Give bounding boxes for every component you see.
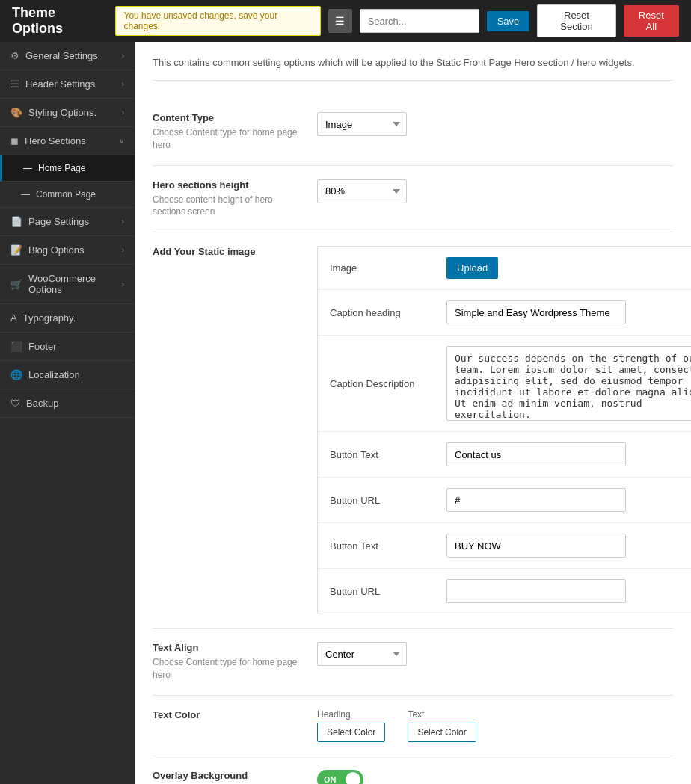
sidebar-icon-page-settings: 📄 bbox=[10, 216, 22, 227]
static-image-box: ImageUploadCaption headingCaption Descri… bbox=[317, 246, 691, 614]
sidebar-item-label: Localization bbox=[28, 369, 80, 380]
sidebar-item-label: Typography. bbox=[23, 312, 76, 324]
heading-color-group: Heading Select Color bbox=[317, 709, 385, 742]
reset-section-button[interactable]: Reset Section bbox=[537, 4, 615, 37]
setting-row-text-color: Text Color Heading Select Color Text Sel… bbox=[153, 696, 673, 756]
image-field-row-button-text-2: Button Text bbox=[318, 523, 691, 569]
sidebar-item-blog-options[interactable]: 📝Blog Options› bbox=[0, 236, 135, 265]
sidebar-icon-typography: A bbox=[10, 312, 17, 324]
save-button[interactable]: Save bbox=[487, 11, 530, 31]
sidebar-icon-hero-sections: ◼ bbox=[10, 135, 19, 146]
toggle-switch[interactable]: ON bbox=[317, 770, 363, 784]
setting-desc: Choose Content type for home page hero bbox=[153, 126, 302, 152]
chevron-right-icon: › bbox=[122, 108, 124, 117]
sidebar-icon-localization: 🌐 bbox=[10, 369, 22, 380]
page-description: This contains common setting options whi… bbox=[153, 57, 673, 81]
sidebar-item-label: Hero Sections bbox=[25, 135, 86, 146]
sidebar-item-label: Footer bbox=[28, 341, 57, 352]
field-label-button-text-1: Button Text bbox=[330, 449, 434, 460]
sidebar-item-label: Page Settings bbox=[28, 216, 89, 227]
text-input-button-text-2[interactable] bbox=[446, 534, 626, 558]
field-label-image: Image bbox=[330, 262, 434, 274]
top-bar: Theme Options You have unsaved changes, … bbox=[0, 0, 691, 42]
sidebar-item-general-settings[interactable]: ⚙General Settings› bbox=[0, 42, 135, 70]
sidebar-item-common-page[interactable]: — Common Page bbox=[0, 182, 135, 208]
text-select-color-button[interactable]: Select Color bbox=[408, 723, 476, 742]
dash-icon: — bbox=[23, 163, 32, 173]
setting-label: Text Align bbox=[153, 642, 302, 653]
text-input-button-text-1[interactable] bbox=[446, 442, 626, 466]
image-field-row-button-url-2: Button URL bbox=[318, 569, 691, 614]
setting-label-col: Content Type Choose Content type for hom… bbox=[153, 112, 302, 152]
heading-select-color-button[interactable]: Select Color bbox=[317, 723, 385, 742]
sidebar-item-label: General Settings bbox=[25, 50, 98, 61]
dash-icon: — bbox=[21, 189, 30, 200]
unsaved-notice: You have unsaved changes, save your chan… bbox=[115, 6, 321, 36]
hamburger-icon-btn[interactable]: ☰ bbox=[328, 9, 351, 33]
sidebar-icon-styling-options: 🎨 bbox=[10, 107, 22, 118]
sidebar-sub-item-label: Common Page bbox=[36, 189, 96, 200]
reset-all-button[interactable]: Reset All bbox=[624, 5, 679, 37]
sidebar-item-label: Blog Options bbox=[28, 244, 84, 256]
text-input-button-url-1[interactable] bbox=[446, 488, 626, 512]
sidebar-item-styling-options[interactable]: 🎨Styling Options.› bbox=[0, 99, 135, 127]
sidebar-icon-backup: 🛡 bbox=[10, 398, 20, 409]
field-label-caption-heading: Caption heading bbox=[330, 307, 434, 318]
sidebar-icon-header-settings: ☰ bbox=[10, 78, 19, 90]
field-label-caption-description: Caption Description bbox=[330, 378, 434, 389]
sidebar: ⚙General Settings›☰Header Settings›🎨Styl… bbox=[0, 42, 135, 784]
setting-label-col: Overlay Background bbox=[153, 770, 302, 784]
setting-label: Text Color bbox=[153, 709, 302, 720]
text-input-button-url-2[interactable] bbox=[446, 579, 626, 603]
field-label-button-url-2: Button URL bbox=[330, 586, 434, 597]
image-field-row-caption-description: Caption DescriptionOur success depends o… bbox=[318, 336, 691, 432]
sidebar-item-label: Backup bbox=[26, 398, 58, 409]
sidebar-item-home-page[interactable]: — Home Page bbox=[0, 155, 135, 182]
setting-control-col: ON bbox=[317, 770, 673, 784]
sidebar-item-footer[interactable]: ⬛Footer bbox=[0, 333, 135, 361]
text-input-caption-heading[interactable] bbox=[446, 300, 626, 324]
image-field-row-caption-heading: Caption heading bbox=[318, 290, 691, 336]
sidebar-item-header-settings[interactable]: ☰Header Settings› bbox=[0, 70, 135, 99]
main-content: This contains common setting options whi… bbox=[135, 42, 691, 784]
field-label-button-text-2: Button Text bbox=[330, 540, 434, 552]
sidebar-item-page-settings[interactable]: 📄Page Settings› bbox=[0, 208, 135, 236]
setting-control-col: ImageVideoSlider bbox=[317, 112, 673, 136]
setting-label: Hero sections height bbox=[153, 179, 302, 191]
color-row: Heading Select Color Text Select Color bbox=[317, 709, 673, 742]
chevron-down-icon: ∨ bbox=[119, 137, 124, 145]
toggle-label: ON bbox=[324, 775, 337, 784]
setting-label-col: Text Color bbox=[153, 709, 302, 723]
sidebar-item-woocommerce-options[interactable]: 🛒WooCommerce Options› bbox=[0, 265, 135, 304]
setting-control-col: ImageUploadCaption headingCaption Descri… bbox=[317, 246, 691, 614]
upload-button[interactable]: Upload bbox=[446, 257, 498, 279]
text-color-group: Text Select Color bbox=[408, 709, 476, 742]
sidebar-item-hero-sections[interactable]: ◼Hero Sections∨ bbox=[0, 127, 135, 155]
setting-row-content-type: Content Type Choose Content type for hom… bbox=[153, 99, 673, 166]
setting-row-text-align: Text Align Choose Content type for home … bbox=[153, 629, 673, 696]
setting-control-col: Heading Select Color Text Select Color bbox=[317, 709, 673, 742]
setting-label-col: Hero sections height Choose content heig… bbox=[153, 179, 302, 219]
chevron-right-icon: › bbox=[122, 246, 124, 254]
select-hero-sections-height[interactable]: 80%90%100%60%70% bbox=[317, 179, 407, 203]
sidebar-item-backup[interactable]: 🛡Backup bbox=[0, 389, 135, 418]
sidebar-item-label: WooCommerce Options bbox=[28, 273, 122, 295]
text-color-label: Text bbox=[408, 709, 424, 720]
textarea-caption-description[interactable]: Our success depends on the strength of o… bbox=[446, 346, 691, 421]
sidebar-icon-blog-options: 📝 bbox=[10, 244, 22, 256]
search-input[interactable] bbox=[360, 9, 479, 33]
setting-desc: Choose Content type for home page hero bbox=[153, 656, 302, 682]
setting-label-col: Text Align Choose Content type for home … bbox=[153, 642, 302, 682]
sidebar-item-localization[interactable]: 🌐Localization bbox=[0, 361, 135, 389]
setting-control-col: 80%90%100%60%70% bbox=[317, 179, 673, 203]
setting-row-hero-sections-height: Hero sections height Choose content heig… bbox=[153, 166, 673, 233]
select-content-type[interactable]: ImageVideoSlider bbox=[317, 112, 407, 136]
setting-control-col: CenterLeftRight bbox=[317, 642, 673, 666]
sidebar-item-typography[interactable]: ATypography. bbox=[0, 304, 135, 333]
setting-row-overlay-background: Overlay Background ON bbox=[153, 756, 673, 784]
setting-label: Content Type bbox=[153, 112, 302, 123]
setting-label: Overlay Background bbox=[153, 770, 302, 781]
page-title: Theme Options bbox=[12, 5, 108, 37]
select-text-align[interactable]: CenterLeftRight bbox=[317, 642, 407, 666]
sidebar-item-label: Header Settings bbox=[25, 78, 95, 90]
